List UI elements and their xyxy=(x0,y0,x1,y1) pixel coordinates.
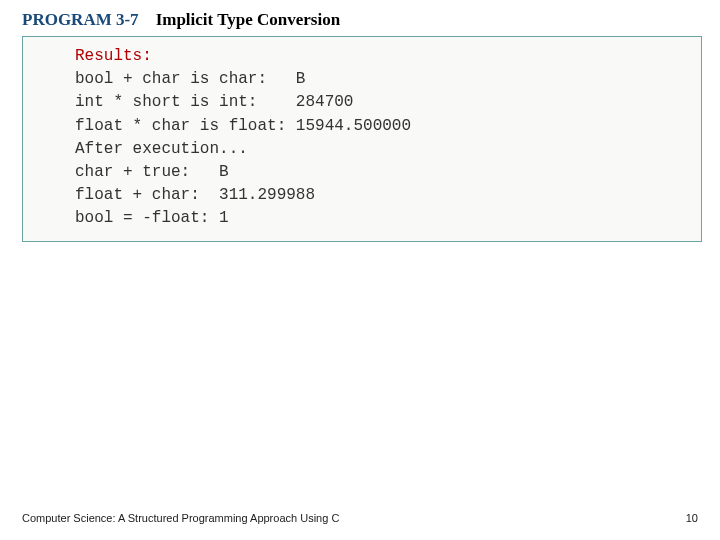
program-label: PROGRAM 3-7 xyxy=(22,10,139,29)
program-title: Implicit Type Conversion xyxy=(156,10,341,29)
results-line: char + true: B xyxy=(75,161,693,184)
results-line: bool + char is char: B xyxy=(75,68,693,91)
results-line: int * short is int: 284700 xyxy=(75,91,693,114)
slide-header: PROGRAM 3-7 Implicit Type Conversion xyxy=(0,0,720,36)
footer-book-title: Computer Science: A Structured Programmi… xyxy=(22,512,339,524)
results-line: float + char: 311.299988 xyxy=(75,184,693,207)
results-keyword: Results: xyxy=(75,45,693,68)
results-line: After execution... xyxy=(75,138,693,161)
footer-page-number: 10 xyxy=(686,512,698,524)
results-line: bool = -float: 1 xyxy=(75,207,693,230)
results-box: Results: bool + char is char: B int * sh… xyxy=(22,36,702,242)
results-line: float * char is float: 15944.500000 xyxy=(75,115,693,138)
slide-footer: Computer Science: A Structured Programmi… xyxy=(22,512,698,524)
